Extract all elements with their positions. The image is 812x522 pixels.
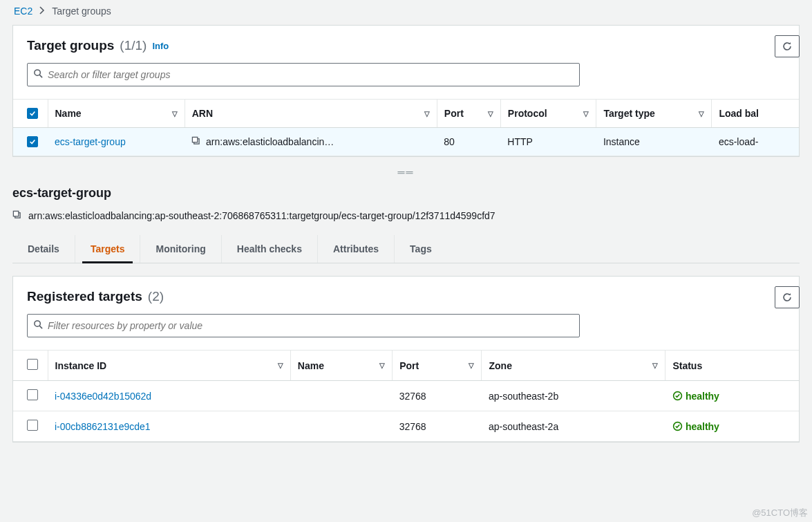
breadcrumb-root[interactable]: EC2 (14, 6, 32, 17)
svg-point-6 (35, 321, 40, 326)
status-badge: healthy (672, 421, 792, 432)
row-checkbox[interactable] (27, 420, 38, 431)
svg-line-7 (39, 326, 42, 328)
detail-title: ecs-target-group (12, 186, 800, 201)
col-arn[interactable]: ARN▽ (185, 100, 437, 128)
sort-icon: ▽ (379, 362, 385, 369)
registered-targets-table: Instance ID▽ Name▽ Port▽ Zone▽ Status i-… (13, 350, 799, 442)
target-groups-table: Name▽ ARN▽ Port▽ Protocol▽ Target type▽ … (13, 99, 799, 156)
col-rt-name[interactable]: Name▽ (290, 351, 392, 381)
check-circle-icon (672, 391, 683, 401)
status-badge: healthy (672, 391, 792, 402)
rt-count: (2) (148, 289, 164, 304)
row-checkbox[interactable] (27, 136, 38, 147)
svg-rect-5 (13, 211, 18, 216)
tg-port: 80 (437, 128, 500, 156)
tab-details[interactable]: Details (12, 235, 75, 263)
tab-tags[interactable]: Tags (395, 235, 447, 263)
copy-icon[interactable] (12, 210, 21, 221)
search-icon (33, 68, 44, 81)
table-row[interactable]: i-04336e0d42b15062d 32768 ap-southeast-2… (13, 381, 799, 411)
rt-port: 32768 (393, 411, 482, 442)
rt-name (290, 411, 392, 442)
check-circle-icon (672, 421, 683, 431)
target-groups-panel: Target groups (1/1) Info Name▽ ARN▽ Port… (12, 25, 800, 157)
search-input[interactable] (48, 69, 574, 80)
tab-monitoring[interactable]: Monitoring (140, 235, 221, 263)
col-rt-port[interactable]: Port▽ (393, 351, 482, 381)
sort-icon: ▽ (172, 110, 178, 118)
tg-name-link[interactable]: ecs-target-group (48, 128, 185, 156)
copy-icon[interactable] (191, 136, 203, 147)
tg-arn: arn:aws:elasticloadbalancin… (206, 136, 334, 147)
breadcrumb-current: Target groups (52, 6, 111, 17)
search-registered-targets[interactable] (27, 314, 580, 337)
panel-title: Target groups (27, 38, 114, 53)
refresh-icon (782, 41, 793, 52)
sort-icon: ▽ (583, 110, 589, 118)
instance-id-link[interactable]: i-00cb8862131e9cde1 (48, 411, 290, 442)
sort-icon: ▽ (652, 362, 658, 369)
table-row[interactable]: ecs-target-group arn:aws:elasticloadbala… (13, 128, 799, 156)
search-icon (33, 319, 44, 332)
refresh-icon (782, 292, 793, 303)
search-target-groups[interactable] (27, 63, 580, 86)
tab-health-checks[interactable]: Health checks (222, 235, 318, 263)
rt-name (290, 381, 392, 411)
row-checkbox[interactable] (27, 389, 38, 400)
col-zone[interactable]: Zone▽ (482, 351, 665, 381)
detail-header: ecs-target-group arn:aws:elasticloadbala… (0, 186, 812, 221)
detail-tabs: Details Targets Monitoring Health checks… (12, 235, 800, 263)
rt-zone: ap-southeast-2b (482, 381, 665, 411)
refresh-button[interactable] (775, 35, 800, 57)
col-protocol[interactable]: Protocol▽ (500, 100, 596, 128)
col-lb[interactable]: Load bal (712, 100, 799, 128)
col-instance-id[interactable]: Instance ID▽ (48, 351, 290, 381)
col-name[interactable]: Name▽ (48, 100, 185, 128)
sort-icon: ▽ (278, 362, 283, 369)
breadcrumb: EC2 Target groups (0, 0, 812, 25)
rt-zone: ap-southeast-2a (482, 411, 665, 442)
select-all-checkbox[interactable] (27, 108, 38, 119)
tg-target-type: Instance (596, 128, 712, 156)
tab-targets[interactable]: Targets (75, 235, 141, 263)
chevron-right-icon (39, 6, 45, 17)
instance-id-link[interactable]: i-04336e0d42b15062d (48, 381, 290, 411)
rt-search-input[interactable] (48, 320, 574, 331)
panel-count: (1/1) (120, 38, 147, 53)
tab-attributes[interactable]: Attributes (318, 235, 395, 263)
resize-handle[interactable]: ══ (0, 167, 812, 178)
col-status[interactable]: Status (665, 351, 799, 381)
svg-rect-3 (193, 137, 198, 142)
svg-point-0 (35, 70, 40, 75)
info-link[interactable]: Info (152, 41, 169, 51)
detail-arn: arn:aws:elasticloadbalancing:ap-southeas… (28, 210, 495, 221)
sort-icon: ▽ (469, 362, 474, 369)
refresh-button[interactable] (775, 286, 800, 308)
rt-port: 32768 (393, 381, 482, 411)
rt-title: Registered targets (27, 289, 142, 304)
col-port[interactable]: Port▽ (437, 100, 500, 128)
svg-line-1 (39, 75, 42, 77)
tg-lb: ecs-load- (712, 128, 799, 156)
table-row[interactable]: i-00cb8862131e9cde1 32768 ap-southeast-2… (13, 411, 799, 442)
col-target-type[interactable]: Target type▽ (596, 100, 712, 128)
rt-select-all-checkbox[interactable] (27, 359, 38, 370)
tg-protocol: HTTP (500, 128, 596, 156)
sort-icon: ▽ (699, 110, 704, 118)
sort-icon: ▽ (488, 110, 493, 118)
sort-icon: ▽ (424, 110, 430, 118)
registered-targets-panel: Registered targets (2) Instance ID▽ Name… (12, 276, 800, 442)
